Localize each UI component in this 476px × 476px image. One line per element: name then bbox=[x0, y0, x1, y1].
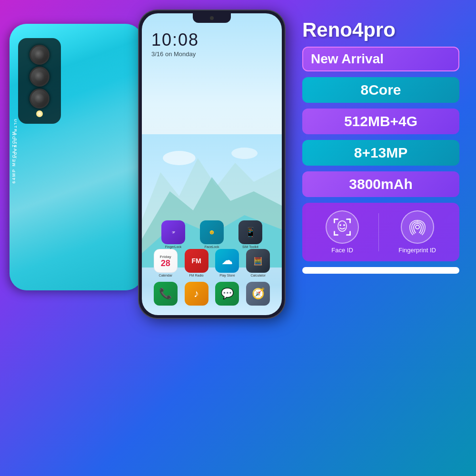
security-box: Face ID Fingerprint ID bbox=[302, 203, 459, 261]
fingerlock-icon: ☞ bbox=[161, 220, 185, 244]
camera-module bbox=[18, 38, 61, 124]
svg-point-14 bbox=[416, 225, 419, 229]
camera-flash bbox=[36, 110, 43, 117]
compass-icon: 🧭 bbox=[246, 282, 270, 306]
app-calendar[interactable]: Friday 28 Calendar bbox=[154, 249, 178, 277]
svg-rect-7 bbox=[334, 218, 335, 223]
sim-icon: 📱 bbox=[238, 220, 262, 244]
fm-icon: FM bbox=[185, 249, 208, 273]
spec-memory-text: 512MB+4G bbox=[344, 113, 417, 129]
app-compass[interactable]: 🧭 bbox=[246, 282, 270, 306]
phone-section: ULTRA STEADY 64MP MEGA-ZOOM bbox=[10, 10, 295, 466]
facelock-icon: 😊 bbox=[200, 220, 224, 244]
app-facelock[interactable]: 😊 FaceLock bbox=[200, 220, 224, 248]
app-row-2: Friday 28 Calendar FM FM Radio ☁ Play St… bbox=[142, 249, 282, 277]
app-messages[interactable]: 💬 bbox=[215, 282, 239, 306]
app-phone[interactable]: 📞 bbox=[154, 282, 178, 306]
svg-point-12 bbox=[339, 224, 341, 226]
info-section: Reno4pro New Arrival 8Core 512MB+4G 8+13… bbox=[295, 10, 466, 466]
face-id-item: Face ID bbox=[326, 210, 359, 254]
face-id-icon bbox=[326, 210, 359, 244]
app-calculator[interactable]: 🧮 Calculator bbox=[246, 249, 270, 277]
app-row-1: ☞ FingerLock 😊 FaceLock 📱 SIM Toolkit bbox=[142, 220, 282, 248]
fingerprint-label: Fingerprint ID bbox=[398, 247, 436, 254]
app-row-dock: 📞 ♪ 💬 🧭 bbox=[142, 282, 282, 306]
spec-core-text: 8Core bbox=[360, 82, 401, 98]
new-arrival-text: New Arrival bbox=[311, 51, 384, 66]
playstore-icon: ☁ bbox=[215, 249, 239, 273]
screen-date: 3/16 on Monday bbox=[151, 50, 196, 58]
camera-lens-3 bbox=[30, 89, 50, 109]
new-arrival-badge: New Arrival bbox=[302, 47, 459, 71]
svg-rect-10 bbox=[349, 231, 351, 236]
app-sim[interactable]: 📱 SIM Toolkit bbox=[238, 220, 262, 248]
fingerprint-item: Fingerprint ID bbox=[398, 210, 436, 254]
app-fingerlock[interactable]: ☞ FingerLock bbox=[161, 220, 185, 248]
spec-core: 8Core bbox=[302, 77, 459, 103]
music-icon: ♪ bbox=[185, 282, 208, 306]
white-bar bbox=[302, 267, 459, 274]
app-playstore[interactable]: ☁ Play Store bbox=[215, 249, 239, 277]
face-id-label: Face ID bbox=[331, 247, 353, 254]
svg-point-1 bbox=[163, 151, 196, 165]
phone-front: 10:08 3/16 on Monday ☞ FingerLock 😊 bbox=[138, 10, 286, 319]
phone-screen: 10:08 3/16 on Monday ☞ FingerLock 😊 bbox=[142, 13, 282, 315]
camera-lens-2 bbox=[30, 67, 50, 87]
messages-icon: 💬 bbox=[215, 282, 239, 306]
calculator-icon: 🧮 bbox=[246, 249, 270, 273]
app-music[interactable]: ♪ bbox=[185, 282, 208, 306]
selfie-camera bbox=[210, 16, 214, 20]
spec-battery: 3800mAh bbox=[302, 171, 459, 197]
spec-camera: 8+13MP bbox=[302, 140, 459, 166]
fingerprint-icon bbox=[401, 210, 434, 244]
spec-camera-text: 8+13MP bbox=[354, 145, 408, 161]
spec-battery-text: 3800mAh bbox=[349, 176, 412, 192]
security-divider bbox=[378, 213, 379, 251]
camera-lens-1 bbox=[30, 45, 50, 65]
notch bbox=[193, 13, 231, 23]
main-container: ULTRA STEADY 64MP MEGA-ZOOM bbox=[0, 0, 476, 476]
screen-time: 10:08 bbox=[151, 30, 199, 50]
phone-icon: 📞 bbox=[154, 282, 178, 306]
calendar-icon: Friday 28 bbox=[154, 249, 178, 273]
spec-memory: 512MB+4G bbox=[302, 109, 459, 134]
svg-rect-9 bbox=[334, 231, 335, 236]
svg-point-2 bbox=[231, 148, 258, 159]
product-title: Reno4pro bbox=[302, 19, 459, 41]
svg-point-11 bbox=[338, 221, 347, 231]
megazoom-label: 64MP MEGA-ZOOM bbox=[11, 131, 16, 184]
phone-back: ULTRA STEADY 64MP MEGA-ZOOM bbox=[10, 24, 143, 290]
svg-point-13 bbox=[343, 224, 345, 226]
app-fm[interactable]: FM FM Radio bbox=[185, 249, 208, 277]
svg-rect-8 bbox=[349, 218, 351, 223]
